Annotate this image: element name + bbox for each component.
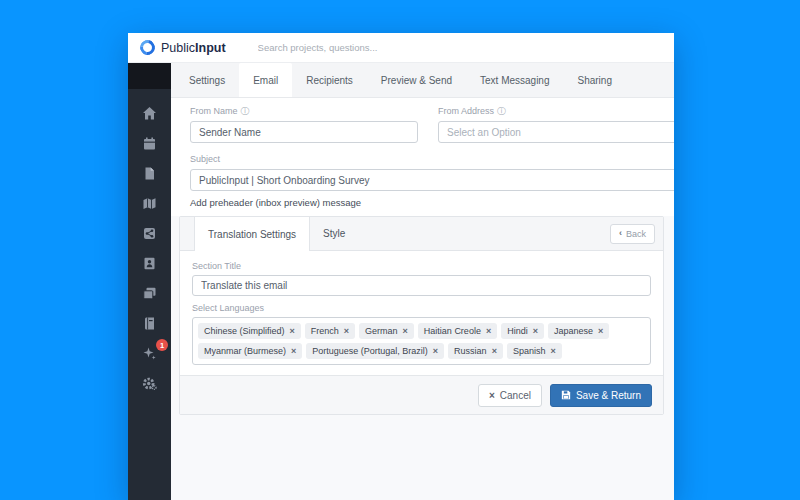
settings-icon [142, 376, 157, 391]
cancel-button[interactable]: × Cancel [478, 384, 542, 407]
publicinput-logo[interactable]: PublicInput [140, 40, 226, 55]
app-header: PublicInput [128, 33, 674, 63]
language-tag: Haitian Creole× [418, 323, 497, 339]
sidebar-top-block [128, 63, 171, 89]
language-tag: Chinese (Simplified)× [198, 323, 301, 339]
tab-settings[interactable]: Settings [175, 63, 239, 97]
subject-label: Subject [190, 154, 674, 165]
translation-card-body: Section Title Select Languages Chinese (… [180, 251, 663, 375]
tab-preview-send[interactable]: Preview & Send [367, 63, 466, 97]
sidebar-item-share[interactable] [128, 218, 171, 248]
sidebar-item-contacts[interactable] [128, 248, 171, 278]
logo-text: PublicInput [161, 41, 226, 55]
primary-tabstrip: Settings Email Recipients Preview & Send… [171, 63, 674, 98]
sidebar-nav: 1 [128, 63, 171, 500]
save-return-button[interactable]: Save & Return [550, 384, 652, 407]
sidebar-item-report[interactable] [128, 158, 171, 188]
from-name-label: From Name ⓘ [190, 106, 418, 117]
tab-sharing[interactable]: Sharing [564, 63, 626, 97]
share-icon [142, 226, 157, 241]
language-tag: Russian× [448, 343, 503, 359]
language-tag: Portuguese (Portugal, Brazil)× [306, 343, 444, 359]
sidebar-item-collections[interactable] [128, 278, 171, 308]
collections-icon [142, 286, 157, 301]
remove-tag-icon[interactable]: × [550, 346, 555, 356]
email-form: From Name ⓘ From Address ⓘ [171, 98, 674, 216]
language-tag: Myanmar (Burmese)× [198, 343, 302, 359]
sidebar-item-ai[interactable]: 1 [128, 338, 171, 368]
desktop-background: PublicInput [0, 0, 800, 500]
add-preheader-link[interactable]: Add preheader (inbox preview) message [190, 197, 361, 208]
remove-tag-icon[interactable]: × [486, 326, 491, 336]
contacts-icon [142, 256, 157, 271]
save-icon [561, 390, 571, 400]
section-title-input[interactable] [192, 275, 651, 296]
tab-email[interactable]: Email [239, 63, 292, 97]
tab-translation-settings[interactable]: Translation Settings [194, 217, 310, 251]
tab-style[interactable]: Style [310, 217, 358, 250]
notification-badge: 1 [156, 339, 168, 351]
chevron-left-icon: ‹ [619, 229, 622, 238]
remove-tag-icon[interactable]: × [492, 346, 497, 356]
remove-tag-icon[interactable]: × [598, 326, 603, 336]
remove-tag-icon[interactable]: × [433, 346, 438, 356]
map-icon [142, 196, 157, 211]
book-icon [142, 316, 157, 331]
from-address-select[interactable] [438, 121, 674, 143]
logo-ring-icon [137, 37, 158, 58]
tab-recipients[interactable]: Recipients [292, 63, 367, 97]
tab-text-messaging[interactable]: Text Messaging [466, 63, 563, 97]
select-languages-label: Select Languages [192, 302, 651, 314]
calendar-icon [142, 136, 157, 151]
back-button[interactable]: ‹ Back [610, 224, 655, 244]
sidebar-item-map[interactable] [128, 188, 171, 218]
remove-tag-icon[interactable]: × [403, 326, 408, 336]
language-tag: Spanish× [507, 343, 562, 359]
lower-region: Translation Settings Style ‹ Back Sectio… [171, 216, 674, 500]
sparkle-icon [142, 346, 157, 361]
language-tag: Japanese× [548, 323, 609, 339]
from-address-label: From Address ⓘ [438, 106, 674, 117]
language-tag: French× [305, 323, 355, 339]
global-search-input[interactable] [256, 41, 450, 54]
info-icon[interactable]: ⓘ [497, 106, 506, 117]
sidebar-item-book[interactable] [128, 308, 171, 338]
translation-card-footer: × Cancel Save & Return [180, 375, 663, 414]
sidebar-item-home[interactable] [128, 98, 171, 128]
remove-tag-icon[interactable]: × [291, 346, 296, 356]
home-icon [142, 106, 157, 121]
main-content: Settings Email Recipients Preview & Send… [171, 63, 674, 500]
subject-input[interactable] [190, 169, 674, 191]
languages-multiselect[interactable]: Chinese (Simplified)× French× German× Ha… [192, 317, 651, 365]
section-title-label: Section Title [192, 260, 651, 272]
remove-tag-icon[interactable]: × [533, 326, 538, 336]
from-name-input[interactable] [190, 121, 418, 143]
sidebar-item-calendar[interactable] [128, 128, 171, 158]
app-window: PublicInput [128, 33, 674, 500]
close-icon: × [489, 390, 495, 401]
report-icon [142, 166, 157, 181]
language-tag: German× [359, 323, 414, 339]
translation-card: Translation Settings Style ‹ Back Sectio… [179, 216, 664, 415]
language-tag: Hindi× [501, 323, 544, 339]
info-icon[interactable]: ⓘ [241, 106, 250, 117]
sidebar-item-settings[interactable] [128, 368, 171, 398]
remove-tag-icon[interactable]: × [344, 326, 349, 336]
translation-card-tabstrip: Translation Settings Style ‹ Back [180, 217, 663, 251]
remove-tag-icon[interactable]: × [290, 326, 295, 336]
